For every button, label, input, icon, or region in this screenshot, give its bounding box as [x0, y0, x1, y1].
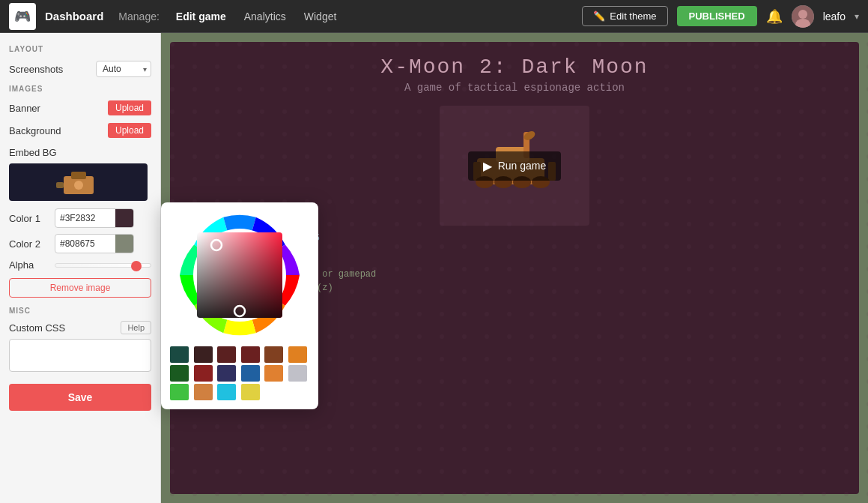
- top-navigation: 🎮 Dashboard Manage: Edit game Analytics …: [0, 0, 868, 33]
- color1-swatch[interactable]: [115, 209, 133, 227]
- alpha-thumb[interactable]: [131, 261, 142, 271]
- user-menu-chevron-icon[interactable]: ▾: [855, 11, 859, 22]
- alpha-slider[interactable]: [55, 263, 151, 268]
- color2-row: Color 2: [9, 234, 151, 253]
- pencil-icon: ✏️: [593, 10, 605, 22]
- svg-point-5: [74, 181, 83, 190]
- color2-swatch[interactable]: [115, 235, 133, 253]
- swatch-13[interactable]: [170, 384, 189, 400]
- swatch-9[interactable]: [217, 365, 236, 382]
- screenshots-label: Screenshots: [9, 64, 90, 75]
- embed-bg-label: Embed BG: [9, 147, 57, 158]
- swatch-4[interactable]: [241, 346, 260, 363]
- screenshots-select-wrap: Auto Manual ▾: [96, 61, 151, 77]
- color-swatches-grid: [170, 346, 309, 400]
- background-upload-button[interactable]: Upload: [108, 123, 151, 138]
- swatch-10[interactable]: [241, 365, 260, 382]
- embed-bg-label-row: Embed BG: [9, 145, 151, 159]
- help-button[interactable]: Help: [121, 321, 151, 334]
- color-wheel-svg: [176, 211, 303, 339]
- run-game-button[interactable]: ▶ Run game: [468, 151, 562, 181]
- background-row: Background Upload: [9, 123, 151, 138]
- embed-bg-icon: [56, 167, 101, 197]
- background-label: Background: [9, 125, 102, 136]
- main-layout: LAYOUT Screenshots Auto Manual ▾ IMAGES …: [0, 33, 868, 503]
- alpha-label: Alpha: [9, 259, 50, 271]
- swatch-16[interactable]: [241, 384, 260, 400]
- custom-css-textarea[interactable]: [9, 339, 151, 372]
- swatch-2[interactable]: [194, 346, 213, 363]
- save-button[interactable]: Save: [9, 384, 151, 411]
- app-logo: 🎮: [9, 3, 36, 30]
- screenshots-row: Screenshots Auto Manual ▾: [9, 61, 151, 77]
- embed-bg-inner: [9, 163, 148, 201]
- svg-point-1: [798, 10, 807, 19]
- misc-section-title: MISC: [9, 307, 151, 315]
- play-icon: ▶: [483, 159, 492, 173]
- color1-row: Color 1: [9, 208, 151, 228]
- notification-bell-icon[interactable]: 🔔: [766, 8, 783, 25]
- screenshots-select[interactable]: Auto Manual: [96, 61, 151, 77]
- nav-edit-game[interactable]: Edit game: [169, 7, 234, 25]
- svg-rect-4: [71, 172, 86, 179]
- swatch-3[interactable]: [217, 346, 236, 363]
- remove-image-button[interactable]: Remove image: [9, 278, 151, 298]
- nav-analytics[interactable]: Analytics: [237, 7, 294, 25]
- nav-widget[interactable]: Widget: [297, 7, 345, 25]
- swatch-15[interactable]: [217, 384, 236, 400]
- swatch-1[interactable]: [170, 346, 189, 363]
- banner-upload-button[interactable]: Upload: [108, 100, 151, 115]
- color2-label: Color 2: [9, 238, 50, 250]
- alpha-row: Alpha: [9, 259, 151, 271]
- swatch-6[interactable]: [288, 346, 307, 363]
- color2-input[interactable]: [55, 235, 115, 252]
- custom-css-label: Custom CSS: [9, 322, 116, 334]
- images-section-title: IMAGES: [9, 85, 151, 93]
- swatch-11[interactable]: [264, 365, 283, 382]
- custom-css-row: Custom CSS Help: [9, 321, 151, 334]
- swatch-7[interactable]: [170, 365, 189, 382]
- color1-label: Color 1: [9, 213, 50, 224]
- user-avatar[interactable]: [792, 5, 814, 28]
- edit-theme-button[interactable]: ✏️ Edit theme: [582, 6, 667, 26]
- swatch-8[interactable]: [194, 365, 213, 382]
- embed-bg-preview: [9, 163, 148, 201]
- color-picker-popup: [161, 202, 318, 409]
- color-wheel[interactable]: [176, 211, 303, 339]
- banner-label: Banner: [9, 103, 102, 114]
- manage-label: Manage:: [118, 10, 159, 22]
- swatch-14[interactable]: [194, 384, 213, 400]
- banner-row: Banner Upload: [9, 100, 151, 115]
- dashboard-link[interactable]: Dashboard: [45, 10, 103, 22]
- nav-links: Edit game Analytics Widget: [169, 7, 345, 25]
- game-sprite-box: ▶ Run game: [440, 106, 589, 226]
- svg-rect-6: [56, 182, 64, 188]
- sidebar: LAYOUT Screenshots Auto Manual ▾ IMAGES …: [0, 33, 161, 503]
- color1-input-wrap: [55, 208, 134, 228]
- color1-input[interactable]: [55, 210, 115, 226]
- username-label: leafo: [823, 10, 846, 22]
- published-button[interactable]: PUBLISHED: [677, 6, 757, 26]
- swatch-5[interactable]: [264, 346, 283, 363]
- swatch-12[interactable]: [288, 365, 307, 382]
- color2-input-wrap: [55, 234, 134, 253]
- layout-section-title: LAYOUT: [9, 45, 151, 53]
